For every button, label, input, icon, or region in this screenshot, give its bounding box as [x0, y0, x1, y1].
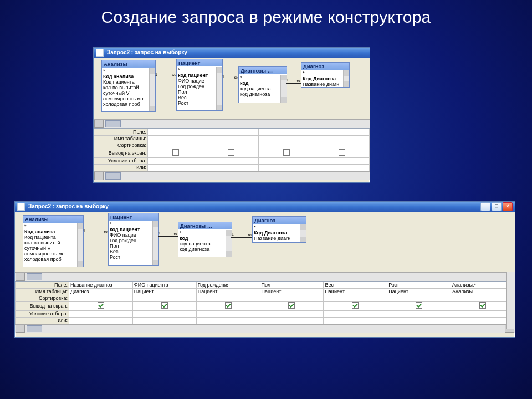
show-checkbox[interactable] — [98, 302, 104, 309]
grid-cell[interactable] — [132, 295, 196, 302]
grid-cell[interactable] — [196, 302, 260, 311]
grid-cell[interactable]: Пациент — [387, 289, 451, 295]
grid-cell[interactable] — [259, 158, 314, 165]
scrollbar[interactable] — [343, 70, 349, 87]
scrollbar[interactable] — [152, 221, 158, 265]
grid-cell[interactable]: Диагноз — [69, 289, 133, 295]
grid-cell[interactable] — [196, 311, 260, 318]
grid-cell[interactable] — [324, 311, 387, 318]
grid-cell[interactable] — [260, 302, 324, 311]
minimize-button[interactable]: _ — [480, 202, 490, 211]
grid-cell[interactable] — [203, 149, 259, 158]
show-checkbox[interactable] — [161, 302, 168, 309]
grid-cell[interactable]: Год рождения — [196, 282, 260, 289]
design-grid[interactable]: Поле:Имя таблицы:Сортировка:Вывод на экр… — [94, 128, 370, 171]
grid-cell[interactable] — [148, 142, 203, 149]
field-list[interactable]: * Код анализа Код пациента кол-во выпито… — [23, 223, 83, 263]
scroll-left-icon[interactable] — [94, 120, 104, 128]
grid-cell[interactable] — [324, 302, 387, 311]
table-patient[interactable]: Пациент * код пациент ФИО пацие Год рожд… — [108, 213, 159, 266]
scroll-left-icon[interactable] — [16, 325, 25, 333]
grid-cell[interactable] — [324, 295, 387, 302]
scrollbar[interactable] — [226, 230, 232, 257]
grid-cell[interactable]: Пациент — [132, 289, 196, 295]
grid-cell[interactable] — [314, 142, 370, 149]
grid-cell[interactable] — [260, 295, 324, 302]
grid-cell[interactable] — [387, 311, 451, 318]
grid-cell[interactable] — [260, 318, 324, 324]
grid-cell[interactable] — [148, 149, 203, 158]
table-diagnozy[interactable]: Диагнозы … * код код пациента код диагно… — [238, 66, 287, 103]
join-line[interactable] — [83, 234, 108, 234]
grid-cell[interactable] — [324, 318, 387, 324]
grid-cell[interactable] — [259, 165, 314, 171]
table-diagnoz[interactable]: Диагноз * Код Диагноза Название диагн — [252, 216, 306, 243]
show-checkbox[interactable] — [225, 302, 232, 309]
grid-cell[interactable] — [203, 165, 259, 171]
grid-cell[interactable] — [259, 142, 314, 149]
show-checkbox[interactable] — [288, 302, 295, 309]
title-bar[interactable]: Запрос2 : запрос на выборку — [94, 48, 370, 58]
scrollbar[interactable] — [77, 223, 83, 267]
scroll-left-icon[interactable] — [16, 273, 25, 281]
join-line[interactable] — [222, 80, 238, 80]
scrollbar[interactable] — [149, 68, 155, 111]
field-list[interactable]: * код код пациента код диагноза — [239, 74, 287, 98]
close-button[interactable]: × — [503, 202, 513, 211]
scrollbar[interactable] — [216, 67, 222, 110]
show-checkbox[interactable] — [283, 149, 290, 156]
grid-cell[interactable] — [69, 302, 133, 311]
grid-cell[interactable]: ФИО пациента — [132, 282, 196, 289]
grid-cell[interactable] — [132, 302, 196, 311]
table-analizy[interactable]: Анализы * Код анализа Код пациента кол-в… — [23, 215, 84, 267]
h-scrollbar[interactable] — [15, 324, 515, 333]
grid-cell[interactable] — [387, 295, 451, 302]
field-list[interactable]: * Код анализа Код пациента кол-во выпито… — [102, 68, 155, 108]
grid-cell[interactable]: Название диагноз — [69, 282, 133, 289]
show-checkbox[interactable] — [352, 302, 359, 309]
maximize-button[interactable]: □ — [492, 202, 502, 211]
join-line[interactable] — [158, 236, 178, 237]
field-list[interactable]: * код пациент ФИО пацие Год рожден Пол В… — [109, 221, 158, 260]
grid-cell[interactable] — [203, 136, 259, 142]
show-checkbox[interactable] — [479, 302, 486, 309]
table-analizy[interactable]: Анализы * Код анализа Код пациента кол-в… — [101, 60, 156, 112]
join-line[interactable] — [231, 237, 252, 238]
grid-cell[interactable]: Пациент — [260, 289, 324, 295]
grid-cell[interactable]: Пациент — [324, 289, 387, 295]
table-diagnoz[interactable]: Диагноз * Код Диагноза Название диагн — [301, 62, 350, 88]
grid-cell[interactable] — [69, 311, 133, 318]
grid-cell[interactable] — [260, 311, 324, 318]
grid-cell[interactable]: Пациент — [196, 289, 260, 295]
title-bar[interactable]: Запрос2 : запрос на выборку _ □ × — [15, 202, 515, 212]
table-patient[interactable]: Пациент * код пациент ФИО пацие Год рожд… — [176, 59, 223, 111]
grid-cell[interactable] — [387, 302, 451, 311]
grid-cell[interactable] — [69, 295, 133, 302]
show-checkbox[interactable] — [339, 149, 345, 156]
grid-cell[interactable] — [148, 165, 203, 171]
relationships-pane[interactable]: Анализы * Код анализа Код пациента кол-в… — [15, 212, 515, 272]
show-checkbox[interactable] — [172, 149, 179, 156]
scrollbar[interactable] — [300, 224, 306, 242]
field-list[interactable]: * код код пациента код диагноза — [178, 229, 232, 253]
grid-cell[interactable] — [203, 129, 259, 136]
h-scrollbar[interactable] — [94, 119, 370, 128]
grid-cell[interactable] — [451, 318, 515, 324]
grid-cell[interactable]: Рост — [387, 282, 451, 289]
field-list[interactable]: * код пациент ФИО пацие Год рожден Пол В… — [177, 66, 222, 106]
grid-cell[interactable]: Пол — [260, 282, 324, 289]
grid-cell[interactable] — [196, 295, 260, 302]
table-diagnozy[interactable]: Диагнозы … * код код пациента код диагно… — [178, 222, 232, 257]
grid-cell[interactable] — [314, 136, 370, 142]
grid-cell[interactable] — [148, 158, 203, 165]
grid-cell[interactable] — [132, 318, 196, 324]
grid-cell[interactable] — [314, 158, 370, 165]
scroll-thumb[interactable] — [27, 273, 42, 280]
show-checkbox[interactable] — [228, 149, 234, 156]
grid-cell[interactable] — [259, 129, 314, 136]
grid-cell[interactable] — [387, 318, 451, 324]
scroll-left-icon[interactable] — [94, 172, 104, 180]
grid-cell[interactable] — [148, 136, 203, 142]
show-checkbox[interactable] — [416, 302, 422, 309]
field-list[interactable]: * Код Диагноза Название диагн — [301, 70, 349, 88]
